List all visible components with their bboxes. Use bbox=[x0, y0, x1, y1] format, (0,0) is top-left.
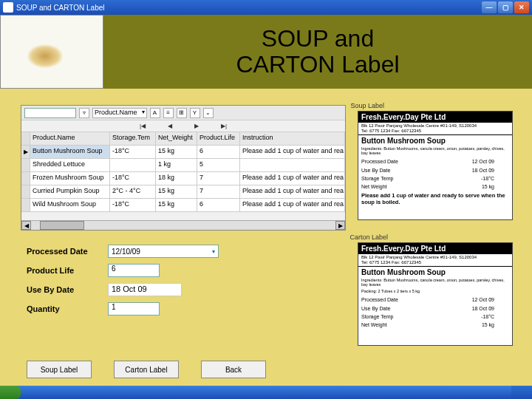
scroll-left-icon[interactable]: ◀ bbox=[21, 221, 31, 230]
system-tray[interactable] bbox=[511, 386, 532, 399]
grid-header: Product.Name Storage.Tem Net_Weight Prod… bbox=[21, 132, 345, 146]
carton-label-button[interactable]: Carton Label bbox=[114, 361, 179, 378]
col-name[interactable]: Product.Name bbox=[30, 132, 110, 145]
banner: SOUP andCARTON Label bbox=[0, 15, 532, 89]
table-row[interactable]: Frozen Mushroom Soup-18°C18 kg7Please ad… bbox=[21, 172, 345, 185]
page-title: SOUP andCARTON Label bbox=[103, 26, 532, 78]
maximize-button[interactable]: ▢ bbox=[498, 1, 513, 13]
titlebar: SOUP and CARTON Label — ▢ ✕ bbox=[0, 0, 532, 15]
grid-nav: |◀ ◀ ▶ ▶| bbox=[21, 120, 345, 132]
grid-search-input[interactable] bbox=[24, 108, 76, 118]
use-by-value: 18 Oct 09 bbox=[108, 283, 182, 296]
processed-date-input[interactable]: 12/10/09 bbox=[108, 245, 219, 258]
col-life[interactable]: Product.Life bbox=[197, 132, 240, 145]
carton-preview-caption: Carton Label bbox=[349, 233, 388, 241]
product-life-input[interactable]: 6 bbox=[108, 264, 160, 277]
clear-filter-icon[interactable]: ⌄ bbox=[203, 108, 214, 118]
col-temp[interactable]: Storage.Tem bbox=[110, 132, 156, 145]
minimize-button[interactable]: — bbox=[482, 1, 497, 13]
table-row[interactable]: Wild Mushroom Soup-18°C15 kg6Please add … bbox=[21, 199, 345, 212]
filter-toggle-icon[interactable]: Y bbox=[190, 108, 200, 118]
scroll-right-icon[interactable]: ▶ bbox=[335, 221, 345, 230]
start-button[interactable] bbox=[0, 386, 21, 399]
filter-icon[interactable]: ▿ bbox=[79, 108, 89, 118]
col-instr[interactable]: Instruction bbox=[240, 132, 345, 145]
table-row[interactable]: Curried Pumpkin Soup2°C - 4°C15 kg7Pleas… bbox=[21, 185, 345, 199]
form: Processed Date 12/10/09 Product Life 6 U… bbox=[27, 242, 307, 318]
nav-next-icon[interactable]: ▶ bbox=[194, 123, 199, 129]
grid-hscroll[interactable]: ◀ ▶ bbox=[21, 220, 345, 230]
soup-photo bbox=[0, 15, 103, 89]
soup-preview-caption: Soup Label bbox=[350, 102, 384, 109]
soup-label-button[interactable]: Soup Label bbox=[27, 361, 92, 378]
product-grid: ▿ Product.Name A ≡ ⊞ Y ⌄ |◀ ◀ ▶ ▶| Produ… bbox=[21, 105, 346, 231]
nav-last-icon[interactable]: ▶| bbox=[221, 123, 227, 129]
grid-tool-icon[interactable]: ⊞ bbox=[177, 108, 187, 118]
app-icon bbox=[3, 2, 13, 13]
scroll-thumb[interactable] bbox=[40, 221, 84, 230]
soup-product-name: Button Mushroom Soup bbox=[358, 135, 512, 146]
quantity-label: Quantity bbox=[27, 304, 108, 313]
back-button[interactable]: Back bbox=[201, 361, 266, 378]
button-row: Soup Label Carton Label Back bbox=[27, 361, 266, 378]
processed-date-label: Processed Date bbox=[27, 247, 108, 256]
col-weight[interactable]: Net_Weight bbox=[156, 132, 197, 145]
soup-label-preview: Fresh.Every.Day Pte Ltd Blk 12 Pasir Pan… bbox=[358, 111, 513, 220]
grid-toolbar: ▿ Product.Name A ≡ ⊞ Y ⌄ bbox=[21, 106, 345, 120]
product-life-label: Product Life bbox=[27, 266, 108, 275]
table-row[interactable]: ▶Button Mushroom Soup-18°C15 kg6Please a… bbox=[21, 146, 345, 159]
use-by-label: Use By Date bbox=[27, 285, 108, 294]
taskbar[interactable] bbox=[0, 386, 532, 399]
sort-field-dropdown[interactable]: Product.Name bbox=[92, 108, 147, 118]
table-row[interactable]: Shredded Lettuce1 kg5 bbox=[21, 159, 345, 172]
sort-asc-icon[interactable]: A bbox=[150, 108, 160, 118]
sort-desc-icon[interactable]: ≡ bbox=[163, 108, 174, 118]
soup-company: Fresh.Every.Day Pte Ltd bbox=[358, 112, 512, 123]
carton-company: Fresh.Every.Day Pte Ltd bbox=[358, 243, 512, 254]
nav-first-icon[interactable]: |◀ bbox=[140, 123, 146, 129]
window-title: SOUP and CARTON Label bbox=[16, 4, 105, 12]
nav-prev-icon[interactable]: ◀ bbox=[168, 123, 172, 129]
close-button[interactable]: ✕ bbox=[514, 1, 529, 13]
quantity-input[interactable]: 1 bbox=[108, 302, 160, 316]
carton-label-preview: Fresh.Every.Day Pte Ltd Blk 12 Pasir Pan… bbox=[358, 242, 513, 346]
carton-product-name: Button Mushroom Soup bbox=[358, 267, 512, 278]
